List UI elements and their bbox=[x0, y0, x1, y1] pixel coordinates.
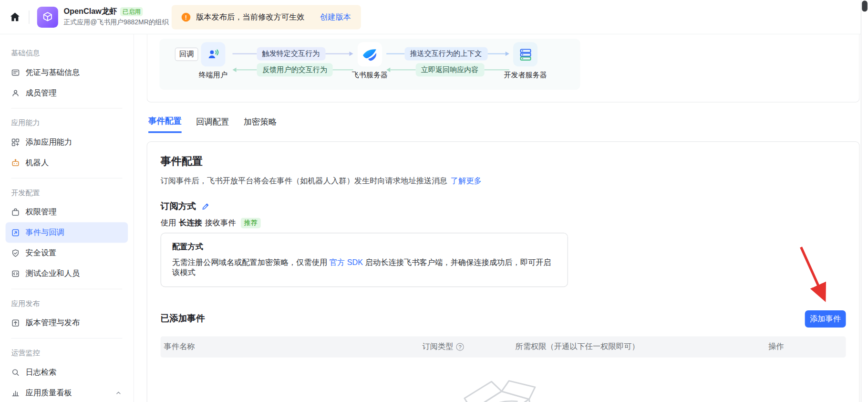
sidebar-section-release: 应用发布 bbox=[6, 295, 128, 312]
sidebar-section-basic-info: 基础信息 bbox=[6, 44, 128, 62]
sidebar-item-members[interactable]: 成员管理 bbox=[6, 83, 128, 103]
sidebar-item-security[interactable]: 安全设置 bbox=[6, 243, 128, 263]
log-search-icon bbox=[11, 368, 20, 377]
app-name: OpenClaw龙虾 bbox=[63, 7, 117, 17]
app-status-badge: 已启用 bbox=[120, 7, 143, 16]
sidebar-item-label: 应用质量看板 bbox=[25, 388, 72, 398]
release-icon bbox=[11, 318, 20, 328]
developer-server-node: 开发者服务器 bbox=[500, 42, 550, 80]
description-text: 订阅事件后，飞书开放平台将会在事件（如机器人入群）发生时向请求地址推送消息 bbox=[161, 176, 447, 185]
sidebar-divider bbox=[11, 338, 122, 339]
sidebar-item-label: 权限管理 bbox=[25, 207, 56, 217]
config-desc-before: 无需注册公网域名或配置加密策略，仅需使用 bbox=[172, 258, 327, 267]
event-callback-icon bbox=[11, 228, 20, 237]
mode-suffix: 接收事件 bbox=[205, 218, 236, 228]
app-window: OpenClaw龙虾 已启用 正式应用@飞书用户9882MR的组织 ! 版本发布… bbox=[0, 0, 868, 402]
trigger-arrow: 触发特定交互行为 bbox=[232, 47, 353, 61]
sidebar-item-label: 测试企业和人员 bbox=[25, 268, 80, 278]
sidebar-section-monitoring: 运营监控 bbox=[6, 344, 128, 362]
sidebar-item-label: 凭证与基础信息 bbox=[25, 67, 80, 77]
tab-encryption-policy[interactable]: 加密策略 bbox=[244, 116, 277, 133]
callback-diagram: 回调 终端用户 触发特定交互行为 bbox=[159, 39, 580, 90]
sidebar-divider bbox=[11, 178, 122, 179]
sidebar-item-version-release[interactable]: 版本管理与发布 bbox=[6, 313, 128, 333]
feishu-dev-arrows: 推送交互行为的上下文 立即返回响应内容 bbox=[386, 47, 509, 77]
config-mode-desc: 无需注册公网域名或配置加密策略，仅需使用官方 SDK启动长连接飞书客户端，并确保… bbox=[172, 258, 557, 278]
chevron-up-icon[interactable] bbox=[114, 389, 122, 396]
sidebar-item-label: 日志检索 bbox=[25, 367, 56, 377]
version-notice-banner: ! 版本发布后，当前修改方可生效 创建版本 bbox=[172, 5, 361, 29]
home-button[interactable] bbox=[6, 8, 24, 26]
end-user-label: 终端用户 bbox=[188, 70, 238, 80]
events-table-header: 事件名称 订阅类型 ? 所需权限（开通以下任一权限即可） 操作 bbox=[161, 337, 846, 358]
credential-icon bbox=[11, 68, 20, 77]
sidebar-item-test-org[interactable]: 测试企业和人员 bbox=[6, 263, 128, 284]
sidebar-item-add-capability[interactable]: 添加应用能力 bbox=[6, 132, 128, 152]
sidebar-divider bbox=[11, 289, 122, 289]
sidebar-item-quality-dashboard[interactable]: 应用质量看板 bbox=[6, 382, 128, 402]
feedback-arrow-label: 反馈用户的交互行为 bbox=[257, 63, 333, 76]
tab-event-config[interactable]: 事件配置 bbox=[148, 116, 182, 133]
user-feishu-arrows: 触发特定交互行为 反馈用户的交互行为 bbox=[232, 47, 353, 77]
sidebar-item-label: 版本管理与发布 bbox=[25, 318, 80, 328]
push-arrow-label: 推送交互行为的上下文 bbox=[404, 47, 487, 61]
feedback-arrow: 反馈用户的交互行为 bbox=[232, 63, 353, 76]
end-user-node: 终端用户 bbox=[188, 42, 238, 80]
arrow-left-icon bbox=[386, 68, 390, 72]
empty-box-illustration bbox=[448, 359, 558, 402]
sidebar-item-bot[interactable]: 机器人 bbox=[6, 152, 128, 173]
mode-name: 长连接 bbox=[179, 218, 202, 228]
sidebar-item-permissions[interactable]: 权限管理 bbox=[6, 201, 128, 222]
col-actions: 操作 bbox=[765, 342, 846, 352]
sidebar-item-log-search[interactable]: 日志检索 bbox=[6, 362, 128, 382]
end-user-icon bbox=[201, 42, 225, 66]
app-logo-icon bbox=[37, 6, 58, 27]
scrollbar-track[interactable] bbox=[861, 0, 868, 402]
push-arrow: 推送交互行为的上下文 bbox=[386, 47, 509, 61]
added-events-title: 已添加事件 bbox=[161, 313, 205, 325]
learn-more-link[interactable]: 了解更多 bbox=[451, 176, 482, 185]
main-content: 回调 终端用户 触发特定交互行为 bbox=[134, 34, 868, 402]
sidebar-divider bbox=[11, 108, 122, 108]
add-event-button[interactable]: 添加事件 bbox=[805, 310, 846, 328]
page-description: 订阅事件后，飞书开放平台将会在事件（如机器人入群）发生时向请求地址推送消息了解更… bbox=[161, 176, 846, 186]
home-icon bbox=[9, 11, 21, 23]
mode-prefix: 使用 bbox=[161, 218, 176, 228]
edit-pencil-icon[interactable] bbox=[201, 202, 209, 211]
app-subtitle: 正式应用@飞书用户9882MR的组织 bbox=[63, 18, 168, 27]
recommend-badge: 推荐 bbox=[241, 218, 261, 228]
add-capability-icon bbox=[11, 138, 20, 147]
official-sdk-link[interactable]: 官方 SDK bbox=[330, 258, 363, 267]
subscription-mode-line: 使用 长连接 接收事件 推荐 bbox=[161, 218, 846, 228]
dashboard-icon bbox=[11, 388, 20, 397]
sidebar-item-label: 成员管理 bbox=[25, 88, 56, 98]
sidebar-item-label: 事件与回调 bbox=[25, 227, 64, 237]
col-required-permissions: 所需权限（开通以下任一权限即可） bbox=[512, 342, 765, 352]
robot-icon bbox=[11, 158, 20, 167]
col-subscription-type: 订阅类型 ? bbox=[419, 342, 512, 352]
config-mode-box: 配置方式 无需注册公网域名或配置加密策略，仅需使用官方 SDK启动长连接飞书客户… bbox=[161, 233, 568, 287]
tab-callback-config[interactable]: 回调配置 bbox=[196, 116, 229, 133]
empty-state bbox=[161, 365, 846, 402]
page-title: 事件配置 bbox=[161, 154, 846, 169]
help-icon[interactable]: ? bbox=[456, 343, 464, 350]
event-config-card: 事件配置 订阅事件后，飞书开放平台将会在事件（如机器人入群）发生时向请求地址推送… bbox=[147, 141, 860, 402]
sidebar-item-label: 安全设置 bbox=[25, 248, 56, 258]
create-version-link[interactable]: 创建版本 bbox=[320, 12, 351, 22]
sidebar-item-events-callbacks[interactable]: 事件与回调 bbox=[6, 222, 128, 243]
header-divider bbox=[29, 10, 29, 23]
warning-icon: ! bbox=[182, 13, 191, 22]
app-selector[interactable]: OpenClaw龙虾 已启用 正式应用@飞书用户9882MR的组织 bbox=[37, 6, 169, 27]
app-meta: OpenClaw龙虾 已启用 正式应用@飞书用户9882MR的组织 bbox=[63, 7, 168, 27]
sidebar-section-capabilities: 应用能力 bbox=[6, 114, 128, 132]
respond-arrow: 立即返回响应内容 bbox=[386, 63, 509, 76]
feishu-logo-icon bbox=[358, 42, 382, 66]
sidebar-item-label: 机器人 bbox=[25, 158, 49, 168]
subscription-mode-title: 订阅方式 bbox=[161, 201, 196, 212]
sidebar-item-credentials[interactable]: 凭证与基础信息 bbox=[6, 62, 128, 83]
sidebar-item-label: 添加应用能力 bbox=[25, 137, 72, 147]
scrollbar-thumb[interactable] bbox=[862, 0, 868, 11]
col-subscription-type-label: 订阅类型 bbox=[423, 342, 454, 352]
server-icon bbox=[513, 42, 537, 66]
col-event-name: 事件名称 bbox=[161, 342, 419, 352]
